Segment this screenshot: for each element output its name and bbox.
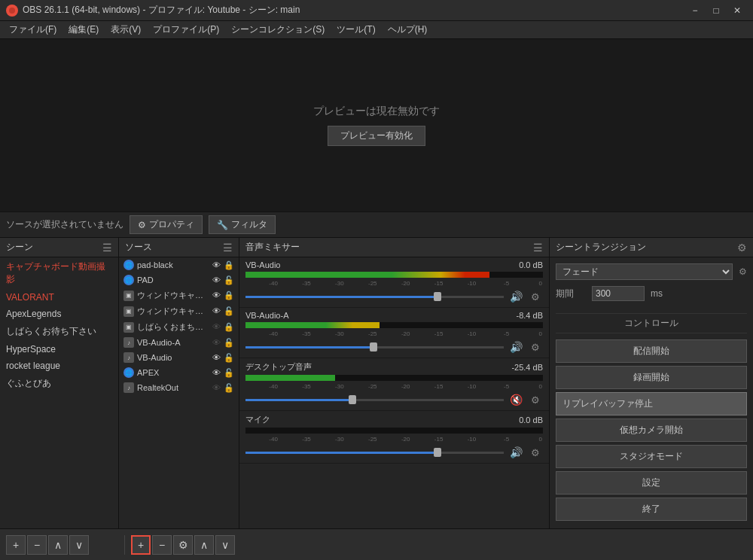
- source-move-down-button[interactable]: ∨: [215, 535, 235, 555]
- controls-label: コントロール: [556, 313, 747, 333]
- source-move-up-button[interactable]: ∧: [194, 535, 214, 555]
- menu-scene-collection[interactable]: シーンコレクション(S): [225, 22, 331, 38]
- mute-button[interactable]: 🔊: [508, 339, 523, 355]
- visibility-icon[interactable]: 👁: [212, 368, 221, 378]
- lock-icon[interactable]: 🔓: [224, 338, 234, 348]
- menu-file[interactable]: ファイル(F): [3, 22, 62, 38]
- visibility-icon[interactable]: 👁: [212, 383, 221, 393]
- scene-move-up-button[interactable]: ∧: [48, 535, 68, 555]
- visibility-icon[interactable]: 👁: [212, 275, 221, 285]
- scene-bottom-buttons: + − ∧ ∨: [6, 535, 125, 555]
- source-item[interactable]: ▣ ウィンドウキャプチャ 👁 🔓: [119, 303, 239, 319]
- scene-item[interactable]: HyperSpace: [0, 341, 118, 358]
- audio-track-vb-audio: VB-Audio 0.0 dB -40-35-30-25-20-15-10-50: [239, 257, 549, 308]
- exit-button[interactable]: 終了: [556, 498, 747, 521]
- scene-panel-icon[interactable]: ☰: [102, 242, 112, 254]
- start-recording-button[interactable]: 録画開始: [556, 366, 747, 389]
- mute-button[interactable]: 🔊: [508, 445, 523, 460]
- lock-icon[interactable]: 🔒: [224, 322, 234, 332]
- audio-fader[interactable]: [245, 395, 504, 404]
- menu-edit[interactable]: 編集(E): [62, 22, 105, 38]
- visibility-icon[interactable]: 👁: [212, 322, 221, 332]
- audio-fader[interactable]: [245, 292, 504, 301]
- transition-type-select[interactable]: フェード: [556, 263, 733, 280]
- studio-mode-button[interactable]: スタジオモード: [556, 445, 747, 468]
- minimize-button[interactable]: −: [685, 2, 705, 19]
- source-item[interactable]: 🌐 pad-black 👁 🔒: [119, 257, 239, 272]
- mute-button[interactable]: 🔇: [508, 392, 523, 407]
- transition-content: フェード ⚙ 期間 ms: [550, 257, 753, 313]
- mute-button[interactable]: 🔊: [508, 289, 523, 304]
- audio-settings-button[interactable]: ⚙: [528, 339, 543, 355]
- menu-tools[interactable]: ツール(T): [331, 22, 381, 38]
- visibility-icon[interactable]: 👁: [212, 260, 221, 270]
- transition-duration-input[interactable]: [592, 286, 645, 301]
- transition-settings-icon[interactable]: ⚙: [739, 266, 747, 277]
- scene-add-button[interactable]: +: [6, 535, 26, 555]
- source-item[interactable]: ▣ しばらくおまちください 👁 🔒: [119, 319, 239, 335]
- audio-settings-button[interactable]: ⚙: [528, 445, 543, 460]
- source-item[interactable]: ▣ ウィンドウキャプチャ 👁 🔒: [119, 288, 239, 303]
- source-add-button[interactable]: +: [131, 535, 151, 555]
- source-item[interactable]: ♪ VB-Audio 👁 🔓: [119, 350, 239, 365]
- menu-help[interactable]: ヘルプ(H): [382, 22, 434, 38]
- properties-button[interactable]: ⚙ プロパティ: [130, 215, 203, 234]
- source-item[interactable]: ♪ VB-Audio-A 👁 🔓: [119, 335, 239, 350]
- main-content: プレビューは現在無効です プレビュー有効化 ソースが選択されていません ⚙ プロ…: [0, 39, 753, 560]
- audio-scale: -40-35-30-25-20-15-10-50: [245, 382, 543, 390]
- menu-view[interactable]: 表示(V): [105, 22, 147, 38]
- scene-item[interactable]: VALORANT: [0, 289, 118, 306]
- bottom-section: ソースが選択されていません ⚙ プロパティ 🔧 フィルタ シーン ☰ キャプ: [0, 212, 753, 560]
- titlebar-controls: − □ ✕: [685, 2, 747, 19]
- enable-preview-button[interactable]: プレビュー有効化: [328, 126, 425, 146]
- start-streaming-button[interactable]: 配信開始: [556, 339, 747, 363]
- start-virtual-camera-button[interactable]: 仮想カメラ開始: [556, 418, 747, 442]
- close-button[interactable]: ✕: [727, 2, 747, 19]
- scene-item[interactable]: ぐふとびあ: [0, 374, 118, 393]
- source-settings-button[interactable]: ⚙: [173, 535, 193, 555]
- visibility-icon[interactable]: 👁: [212, 338, 221, 348]
- filter-button[interactable]: 🔧 フィルタ: [209, 215, 276, 234]
- lock-icon[interactable]: 🔓: [224, 368, 234, 378]
- source-item[interactable]: 🌐 APEX 👁 🔓: [119, 365, 239, 380]
- audio-scale: -40-35-30-25-20-15-10-50: [245, 279, 543, 287]
- lock-icon[interactable]: 🔓: [224, 306, 234, 316]
- audio-fader[interactable]: [245, 342, 504, 352]
- source-item[interactable]: 🌐 PAD 👁 🔓: [119, 272, 239, 288]
- maximize-button[interactable]: □: [706, 2, 726, 19]
- stop-replay-buffer-button[interactable]: リプレイバッファ停止: [556, 392, 747, 415]
- source-panel-icon[interactable]: ☰: [223, 242, 233, 254]
- audio-panel-icon[interactable]: ☰: [533, 242, 543, 254]
- scene-remove-button[interactable]: −: [27, 535, 47, 555]
- no-source-label: ソースが選択されていません: [6, 218, 123, 231]
- source-panel-header: ソース ☰: [119, 238, 239, 257]
- scene-item[interactable]: キャプチャボード動画撮影: [0, 257, 118, 289]
- source-remove-button[interactable]: −: [152, 535, 172, 555]
- audio-fader[interactable]: [245, 448, 504, 457]
- transition-panel-header: シーントランジション ⚙: [550, 238, 753, 257]
- lock-icon[interactable]: 🔓: [224, 275, 234, 285]
- scene-item[interactable]: しばらくお待ち下さい: [0, 322, 118, 341]
- scene-item[interactable]: ApexLegends: [0, 306, 118, 322]
- scene-move-down-button[interactable]: ∨: [69, 535, 89, 555]
- source-toolbar: ソースが選択されていません ⚙ プロパティ 🔧 フィルタ: [0, 212, 753, 238]
- lock-icon[interactable]: 🔒: [224, 260, 234, 270]
- titlebar-left: OBS 26.1.1 (64-bit, windows) - プロファイル: Y…: [6, 4, 300, 17]
- visibility-icon[interactable]: 👁: [212, 353, 221, 363]
- svg-point-0: [9, 8, 15, 14]
- settings-button[interactable]: 設定: [556, 471, 747, 495]
- lock-icon[interactable]: 🔒: [224, 291, 234, 300]
- filter-icon: 🔧: [217, 220, 228, 230]
- lock-icon[interactable]: 🔓: [224, 353, 234, 363]
- source-item[interactable]: ♪ RealtekOut 👁 🔓: [119, 380, 239, 395]
- visibility-icon[interactable]: 👁: [212, 306, 221, 316]
- audio-settings-button[interactable]: ⚙: [528, 392, 543, 407]
- scene-item[interactable]: rocket league: [0, 358, 118, 374]
- lock-icon[interactable]: 🔓: [224, 383, 234, 393]
- source-window-icon: ▣: [123, 322, 134, 333]
- audio-settings-button[interactable]: ⚙: [528, 289, 543, 304]
- menu-profile[interactable]: プロファイル(P): [147, 22, 225, 38]
- audio-track-desktop: デスクトップ音声 -25.4 dB -40-35-30-25-20-15-10-…: [239, 358, 549, 411]
- visibility-icon[interactable]: 👁: [212, 291, 221, 300]
- transition-panel-icon[interactable]: ⚙: [737, 242, 747, 254]
